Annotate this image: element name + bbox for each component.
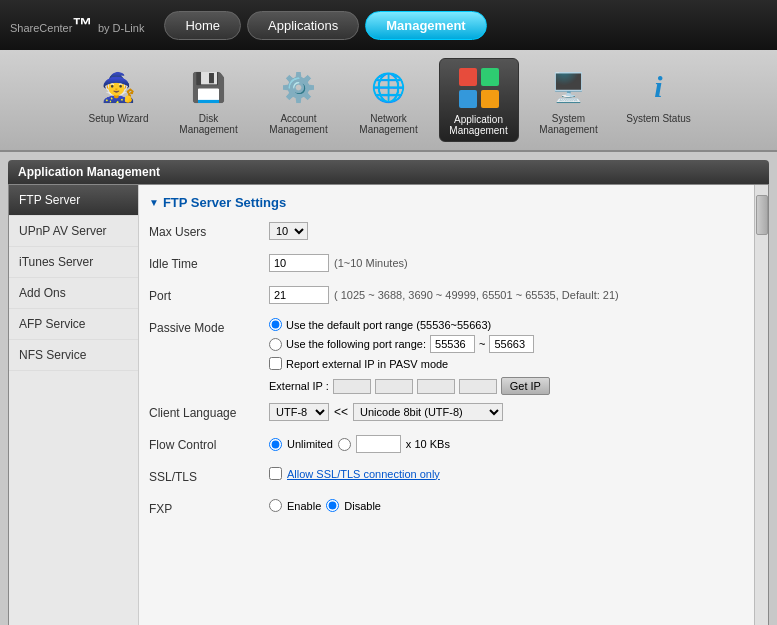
passive-opt3-checkbox[interactable]	[269, 357, 282, 370]
nav-applications[interactable]: Applications	[247, 11, 359, 40]
passive-tilde: ~	[479, 338, 485, 350]
disk-management-icon: 💾	[185, 63, 233, 111]
client-lang-label: Client Language	[149, 403, 269, 420]
max-users-select[interactable]: 10 5 20	[269, 222, 308, 240]
icon-system-management[interactable]: 🖥️ System Management	[529, 58, 609, 142]
flow-unlimited-label: Unlimited	[287, 438, 333, 450]
flow-value-input[interactable]	[356, 435, 401, 453]
client-lang-row: Client Language UTF-8 << Unicode 8bit (U…	[149, 403, 744, 427]
logo-name: ShareCenter	[10, 22, 72, 34]
account-management-label: Account Management	[264, 113, 334, 135]
ssl-checkbox[interactable]	[269, 467, 282, 480]
max-users-control: 10 5 20	[269, 222, 308, 240]
panel-title-text: FTP Server Settings	[163, 195, 286, 210]
passive-opt2-radio[interactable]	[269, 338, 282, 351]
fxp-label: FXP	[149, 499, 269, 516]
scrollbar[interactable]	[754, 185, 768, 625]
external-ip-4[interactable]	[459, 379, 497, 394]
fxp-disable-label: Disable	[344, 500, 381, 512]
section-title: Application Management	[18, 165, 160, 179]
passive-opt2-label: Use the following port range:	[286, 338, 426, 350]
network-management-icon: 🌐	[365, 63, 413, 111]
setup-wizard-label: Setup Wizard	[88, 113, 148, 124]
sidebar: FTP Server UPnP AV Server iTunes Server …	[9, 185, 139, 625]
svg-rect-0	[459, 68, 477, 86]
passive-opt1-row: Use the default port range (55536~55663)	[269, 318, 491, 331]
main-content: Application Management FTP Server UPnP A…	[0, 152, 777, 625]
ssl-control: Allow SSL/TLS connection only	[269, 467, 440, 480]
port-input[interactable]	[269, 286, 329, 304]
system-status-label: System Status	[626, 113, 690, 124]
idle-time-hint: (1~10 Minutes)	[334, 257, 408, 269]
account-management-icon: ⚙️	[275, 63, 323, 111]
scrollbar-thumb[interactable]	[756, 195, 768, 235]
passive-from-input[interactable]	[430, 335, 475, 353]
right-panel: FTP Server Settings Max Users 10 5 20	[139, 185, 754, 625]
section-body: FTP Server UPnP AV Server iTunes Server …	[8, 184, 769, 625]
icon-account-management[interactable]: ⚙️ Account Management	[259, 58, 339, 142]
fxp-row: FXP Enable Disable	[149, 499, 744, 523]
icon-bar: 🧙 Setup Wizard 💾 Disk Management ⚙️ Acco…	[0, 50, 777, 152]
sidebar-item-itunes[interactable]: iTunes Server	[9, 247, 138, 278]
nav-bar: Home Applications Management	[164, 11, 486, 40]
fxp-enable-label: Enable	[287, 500, 321, 512]
idle-time-control: (1~10 Minutes)	[269, 254, 408, 272]
port-label: Port	[149, 286, 269, 303]
panel-title: FTP Server Settings	[149, 195, 744, 210]
icon-system-status[interactable]: i System Status	[619, 58, 699, 142]
icon-setup-wizard[interactable]: 🧙 Setup Wizard	[79, 58, 159, 142]
header: ShareCenter™ by D-Link Home Applications…	[0, 0, 777, 50]
sidebar-item-addons[interactable]: Add Ons	[9, 278, 138, 309]
passive-opt2-row: Use the following port range: ~	[269, 335, 534, 353]
idle-time-input[interactable]	[269, 254, 329, 272]
sidebar-item-ftp[interactable]: FTP Server	[9, 185, 138, 216]
section-header: Application Management	[8, 160, 769, 184]
client-lang-select[interactable]: UTF-8	[269, 403, 329, 421]
passive-to-input[interactable]	[489, 335, 534, 353]
flow-control-label: Flow Control	[149, 435, 269, 452]
max-users-label: Max Users	[149, 222, 269, 239]
passive-opt1-radio[interactable]	[269, 318, 282, 331]
ssl-label: SSL/TLS	[149, 467, 269, 484]
external-ip-3[interactable]	[417, 379, 455, 394]
section-wrapper: Application Management FTP Server UPnP A…	[8, 160, 769, 625]
system-management-label: System Management	[534, 113, 604, 135]
external-ip-1[interactable]	[333, 379, 371, 394]
external-ip-2[interactable]	[375, 379, 413, 394]
flow-control-row: Flow Control Unlimited x 10 KBs	[149, 435, 744, 459]
sidebar-item-afp[interactable]: AFP Service	[9, 309, 138, 340]
passive-opt3-label: Report external IP in PASV mode	[286, 358, 448, 370]
svg-rect-1	[481, 68, 499, 86]
icon-disk-management[interactable]: 💾 Disk Management	[169, 58, 249, 142]
passive-mode-control: Use the default port range (55536~55663)…	[269, 318, 550, 395]
application-management-icon	[455, 64, 503, 112]
flow-custom-radio[interactable]	[338, 438, 351, 451]
passive-mode-label: Passive Mode	[149, 318, 269, 335]
disk-management-label: Disk Management	[174, 113, 244, 135]
client-lang-desc-select[interactable]: Unicode 8bit (UTF-8)	[353, 403, 503, 421]
svg-rect-3	[481, 90, 499, 108]
get-ip-button[interactable]: Get IP	[501, 377, 550, 395]
icon-network-management[interactable]: 🌐 Network Management	[349, 58, 429, 142]
network-management-label: Network Management	[354, 113, 424, 135]
external-ip-label: External IP :	[269, 380, 329, 392]
sidebar-item-upnp[interactable]: UPnP AV Server	[9, 216, 138, 247]
flow-control-control: Unlimited x 10 KBs	[269, 435, 450, 453]
flow-unlimited-radio[interactable]	[269, 438, 282, 451]
system-management-icon: 🖥️	[545, 63, 593, 111]
ssl-link[interactable]: Allow SSL/TLS connection only	[287, 468, 440, 480]
port-hint: ( 1025 ~ 3688, 3690 ~ 49999, 65501 ~ 655…	[334, 289, 619, 301]
system-status-icon: i	[635, 63, 683, 111]
idle-time-label: Idle Time	[149, 254, 269, 271]
nav-management[interactable]: Management	[365, 11, 486, 40]
sidebar-item-nfs[interactable]: NFS Service	[9, 340, 138, 371]
fxp-enable-radio[interactable]	[269, 499, 282, 512]
passive-opt3-row: Report external IP in PASV mode	[269, 357, 448, 370]
nav-home[interactable]: Home	[164, 11, 241, 40]
fxp-disable-radio[interactable]	[326, 499, 339, 512]
icon-application-management[interactable]: Application Management	[439, 58, 519, 142]
application-management-label: Application Management	[445, 114, 513, 136]
logo-sub: by D-Link	[98, 22, 144, 34]
fxp-control: Enable Disable	[269, 499, 381, 512]
port-control: ( 1025 ~ 3688, 3690 ~ 49999, 65501 ~ 655…	[269, 286, 619, 304]
